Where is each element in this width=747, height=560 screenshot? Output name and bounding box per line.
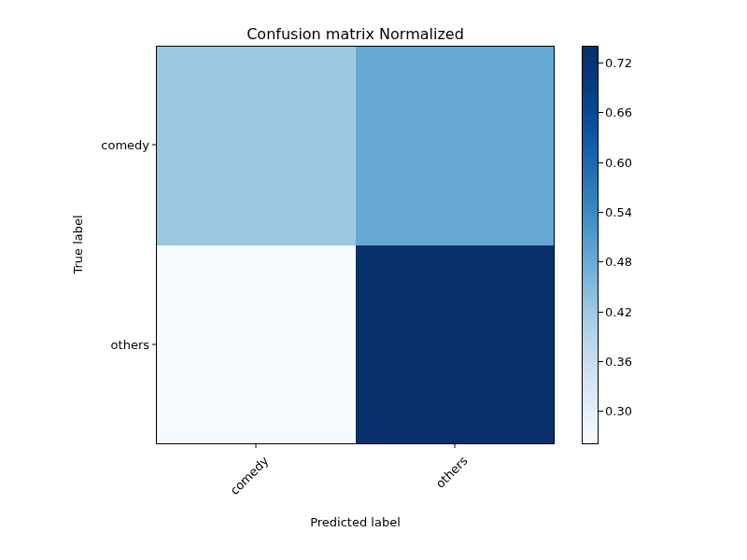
colorbar-tick-label: 0.66 <box>605 105 632 119</box>
heatmap-plot <box>156 46 555 444</box>
colorbar-tick-label: 0.54 <box>605 204 632 218</box>
heatmap-cell-1-1 <box>356 245 555 444</box>
colorbar-tickmark <box>599 261 603 262</box>
colorbar-tickmark <box>599 411 603 412</box>
colorbar-tickmark <box>599 312 603 313</box>
colorbar-tickmark <box>599 112 603 113</box>
colorbar-tick-label: 0.72 <box>605 55 632 69</box>
heatmap-cell-0-0 <box>157 47 356 245</box>
colorbar-tickmark <box>599 361 603 362</box>
colorbar-tickmark <box>599 63 603 63</box>
colorbar-tick-label: 0.60 <box>605 155 632 169</box>
x-tick-label-0: comedy <box>182 454 271 542</box>
y-tick-label-0: comedy <box>56 138 149 152</box>
figure: Confusion matrix Normalized comedy other… <box>0 0 747 560</box>
x-tick-label-1: others <box>381 454 470 542</box>
colorbar-tick-label: 0.42 <box>605 304 632 318</box>
colorbar-tickmark <box>599 162 603 163</box>
colorbar-tick-label: 0.48 <box>605 255 632 269</box>
colorbar-tick-label: 0.36 <box>605 355 632 369</box>
colorbar-tickmark <box>599 212 603 213</box>
colorbar-tick-label: 0.30 <box>605 404 632 418</box>
y-tick-label-1: others <box>56 338 149 352</box>
colorbar <box>582 46 599 444</box>
y-axis-label: True label <box>71 215 85 273</box>
heatmap-cell-0-1 <box>356 47 555 245</box>
x-axis-label: Predicted label <box>156 515 555 529</box>
chart-title: Confusion matrix Normalized <box>156 25 555 43</box>
heatmap-cell-1-0 <box>157 245 356 444</box>
